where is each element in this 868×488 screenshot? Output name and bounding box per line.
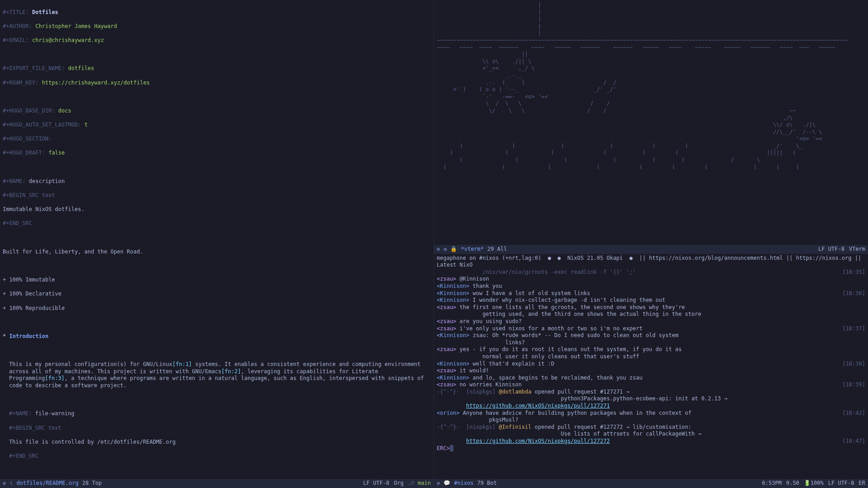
chat-message: wow I have a lot of old system links — [469, 290, 839, 297]
pr-body: opened pull request #127271 → python3Pac… — [532, 389, 865, 403]
footnote-link[interactable]: [fn:2] — [222, 368, 241, 375]
chat-message: and lo, space begins to be reclaimed, th… — [469, 375, 865, 382]
title-value: Dotfiles — [32, 9, 58, 15]
timestamp: [18:38] — [839, 361, 865, 368]
lock-icon: 🔒 — [450, 246, 457, 253]
buffer-name[interactable]: #nixos — [454, 480, 473, 487]
timestamp: [18:42] — [839, 410, 865, 424]
timestamp: [18:35] — [839, 269, 865, 276]
chat-message: well that'd explain it :D — [469, 361, 839, 368]
circle-icon: ● — [437, 246, 440, 253]
src-text: This file is controlled by /etc/dotfiles… — [9, 439, 175, 445]
meta-key: #+TITLE: — [3, 9, 29, 15]
load-avg: 0.50 — [786, 480, 799, 487]
chat-message: it would! — [456, 367, 865, 375]
src-begin: #+BEGIN_SRC text — [3, 192, 55, 198]
footnote-link[interactable]: [fn:3] — [45, 375, 64, 381]
feature-item: + 100% Immutable — [3, 277, 55, 283]
chat-icon: 💬 — [443, 480, 450, 487]
git-branch: main — [418, 480, 431, 486]
circle-icon: ● — [443, 246, 447, 253]
body-text: This is my personal configuration(s) for… — [9, 361, 172, 367]
encoding: LF UTF-8 — [828, 480, 854, 487]
chat-nick: <Kinnison> — [437, 297, 469, 304]
chat-nick: <Kinnison> — [437, 332, 469, 346]
meta-val: dotfiles — [68, 65, 94, 71]
chat-nick: <zsau> — [437, 276, 456, 283]
meta-val: false — [48, 150, 65, 156]
encoding: LF UTF-8 — [363, 480, 389, 487]
src-end: #+END_SRC — [3, 220, 32, 226]
encoding: LF UTF-8 — [818, 246, 844, 253]
src-end: #+END_SRC — [9, 453, 38, 459]
org-buffer[interactable]: #+TITLE: Dotfiles #+AUTHOR: Christopher … — [0, 0, 434, 479]
erc-pane: megaphone on #nixos (+nrt,lag:0) ● ● Nix… — [434, 254, 868, 488]
vterm-pane: | | | | | ~~~~~~~~~~~~~~~~~~~~~~~~~~~~~~… — [434, 0, 868, 254]
meta-key: #+NAME: — [3, 178, 26, 184]
pr-user: @Infinisil — [499, 424, 531, 438]
chat-message: i've only used nixos for a month or two … — [456, 325, 839, 333]
chat-message: @Kinnison — [456, 276, 865, 283]
chat-nick: <zsau> — [437, 367, 456, 375]
pr-link[interactable]: https://github.com/NixOS/nixpkgs/pull/12… — [466, 438, 610, 445]
bot-prefix: -{^-^}- [nixpkgs] — [437, 424, 499, 438]
chat-message: Anyone have advice for building python p… — [460, 410, 839, 424]
chat-message: thank you — [469, 283, 865, 290]
battery-pct: 100% — [811, 480, 824, 486]
erc-input[interactable] — [450, 445, 453, 451]
meta-val: file-warning — [35, 410, 75, 417]
buffer-name[interactable]: *vterm* — [461, 246, 484, 253]
pr-user: @dotlambda — [499, 389, 531, 403]
feature-item: + 100% Declarative — [3, 291, 61, 297]
chat-message: no worries Kinnison — [456, 381, 839, 389]
meta-key: #+HUGO_BASE_DIR: — [3, 108, 55, 114]
erc-buffer[interactable]: megaphone on #nixos (+nrt,lag:0) ● ● Nix… — [434, 254, 868, 479]
meta-key: #+HUGO_DRAFT: — [3, 150, 45, 156]
chat-message: yes - if you do it as root it cleans out… — [456, 346, 865, 360]
meta-key: #+EMAIL: — [3, 37, 29, 43]
timestamp: [18:36] — [839, 290, 865, 297]
chat-message: zsau: Oh *rude words* -- Do I need sudo … — [469, 332, 865, 346]
modeline-vterm: ● ● 🔒 *vterm* 29 All LF UTF-8 VTerm — [434, 245, 868, 254]
vterm-buffer[interactable]: | | | | | ~~~~~~~~~~~~~~~~~~~~~~~~~~~~~~… — [434, 0, 868, 245]
meta-key: #+NAME: — [9, 410, 35, 417]
tagline: Built for Life, Liberty, and the Open Ro… — [3, 249, 143, 255]
branch-icon: ⎇ — [408, 480, 415, 486]
meta-val: https://chrishayward.xyz/dotfiles — [42, 80, 150, 86]
battery-icon: 🔋 — [804, 480, 811, 486]
meta-key: #+ROAM_KEY: — [3, 80, 38, 86]
meta-key: #+HUGO_AUTO_SET_LASTMOD: — [3, 122, 81, 128]
footnote-link[interactable]: [fn:1] — [172, 361, 192, 367]
heading-star: * — [3, 333, 9, 339]
timestamp: [18:37] — [839, 325, 865, 333]
timestamp: [18:47] — [839, 438, 865, 445]
major-mode: ER — [859, 480, 865, 487]
major-mode: Org — [394, 480, 404, 487]
chat-nick: <Kinnison> — [437, 361, 469, 368]
chat-message: I wonder why nix-collect-garbage -d isn'… — [469, 297, 865, 304]
pr-link[interactable]: https://github.com/NixOS/nixpkgs/pull/12… — [466, 403, 610, 410]
timestamp: [18:39] — [839, 381, 865, 389]
chat-message: the first one lists all the gcroots, the… — [456, 304, 865, 318]
buffer-name[interactable]: dotfiles/README.org — [16, 480, 78, 487]
major-mode: VTerm — [849, 246, 865, 253]
chat-nick: <zsau> — [437, 381, 456, 389]
chat-nick: <zsau> — [437, 346, 456, 360]
erc-prompt: ERC> — [437, 445, 450, 452]
buffer-position: 79 Bot — [477, 480, 497, 487]
chat-log: <zsau> @Kinnison<Kinnison> thank you<Kin… — [437, 276, 865, 389]
pr-body: opened pull request #127272 → lib/custom… — [532, 424, 865, 438]
meta-key: #+HUGO_SECTION: — [3, 136, 52, 142]
chat-message: are you using sudo? — [456, 318, 865, 325]
chat-nick: <Kinnison> — [437, 375, 469, 382]
chat-nick: <zsau> — [437, 318, 456, 325]
meta-val: docs — [58, 108, 71, 114]
chat-nick: <orion> — [437, 410, 460, 424]
chat-nick: <zsau> — [437, 325, 456, 333]
meta-val: Christopher James Hayward — [35, 23, 117, 29]
chevron-left-icon: ❮ — [9, 480, 13, 487]
chat-nick: <Kinnison> — [437, 283, 469, 290]
buffer-position: 28 Top — [82, 480, 102, 487]
topic-continuation: /nix/var/nix/gcroots -exec readlink -f '… — [437, 269, 839, 276]
body-text: , a technique where programs are written… — [9, 375, 427, 389]
